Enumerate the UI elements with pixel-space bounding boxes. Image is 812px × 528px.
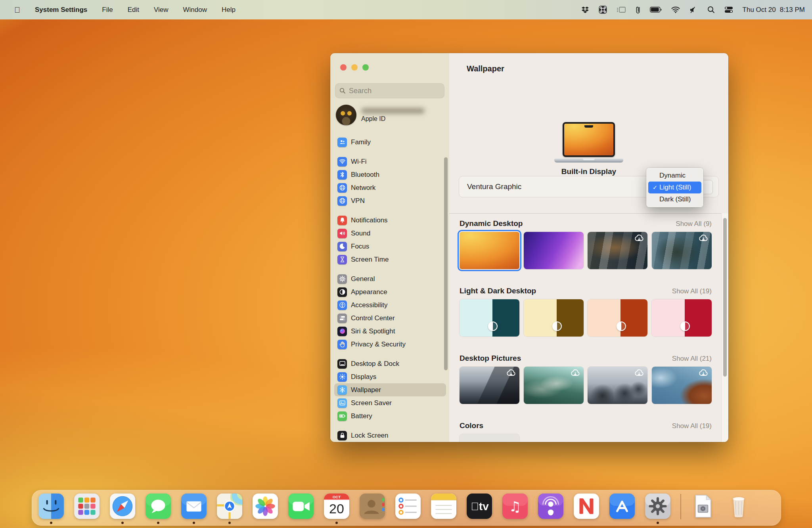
sidebar-item-displays[interactable]: Displays [334,370,446,383]
download-cloud-icon[interactable] [698,234,709,242]
zoom-button[interactable] [362,64,369,71]
wallpaper-thumb-bigsur-coast-dynamic[interactable] [588,232,647,269]
content-scrollbar-thumb[interactable] [723,218,727,377]
download-cloud-icon[interactable] [698,369,709,377]
wifi-icon[interactable] [671,6,680,13]
download-cloud-icon[interactable] [634,369,644,377]
show-all-link[interactable]: Show All (9) [676,220,712,228]
wallpaper-thumb-catalina-dynamic[interactable] [652,232,712,269]
menu-item-edit[interactable]: Edit [128,6,139,14]
sidebar-item-siri-spotlight[interactable]: Siri & Spotlight [334,325,446,338]
show-all-link[interactable]: Show All (19) [672,422,712,430]
svg-text:♫: ♫ [509,498,521,515]
dropdown-item-light-still-[interactable]: ✓Light (Still) [648,182,701,193]
download-cloud-icon[interactable] [570,369,580,377]
wallpaper-thumb-ventura-dynamic[interactable] [460,232,519,269]
show-all-link[interactable]: Show All (19) [672,287,712,295]
show-all-link[interactable]: Show All (21) [672,355,712,363]
sidebar-item-appearance[interactable]: Appearance [334,285,446,298]
dock-icon-podcasts[interactable] [538,493,564,524]
wallpaper-thumb-hello-teal[interactable] [460,299,519,337]
dropdown-item-dark-still-[interactable]: Dark (Still) [648,193,701,205]
sidebar-item-lock-screen[interactable]: Lock Screen [334,429,446,442]
wallpaper-pane: Wallpaper Built-in Display Ventura Graph… [449,53,728,442]
wallpaper-thumb-monterey-dynamic[interactable] [524,232,584,269]
dock-icon-disk-image-file[interactable] [690,493,716,524]
paperclip-icon[interactable] [636,6,640,14]
battery-icon[interactable] [650,7,662,13]
desktop-icon [337,359,347,369]
minimize-button[interactable] [351,64,358,71]
dock-icon-photos[interactable] [252,493,278,524]
dock-icon-mail[interactable] [181,493,207,524]
wallpaper-thumb-aerial-coastline[interactable] [524,367,584,404]
sidebar-item-screen-time[interactable]: Screen Time [334,253,446,266]
sidebar-scrollbar[interactable] [444,157,448,370]
sidebar-item-accessibility[interactable]: Accessibility [334,298,446,312]
spotlight-icon[interactable] [707,6,715,13]
dropbox-icon[interactable] [581,6,589,14]
dock-icon-safari[interactable] [109,493,136,524]
dock-icon-appstore[interactable] [609,493,635,524]
sidebar-item-battery[interactable]: Battery [334,409,446,423]
wallpaper-thumb-sea-stacks[interactable] [588,367,647,404]
content-scrollbar-track[interactable] [721,213,728,442]
menu-item-view[interactable]: View [154,6,169,14]
wallpaper-thumb-coastal-cliffs[interactable] [652,367,712,404]
sidebar-item-family[interactable]: Family [334,136,446,149]
download-cloud-icon[interactable] [634,234,644,242]
dock-icon-finder[interactable] [38,493,64,524]
sidebar-item-network[interactable]: Network [334,181,446,194]
dock-icon-calendar[interactable]: OCT20 [324,493,350,524]
wallpaper-thumb-hello-gold[interactable] [524,299,584,337]
sidebar-item-focus[interactable]: Focus [334,240,446,253]
dock-icon-settings[interactable] [645,493,671,524]
sidebar-item-wallpaper[interactable]: Wallpaper [334,383,446,396]
sidebar-item-apple-id[interactable]: Apple ID [334,102,446,129]
menu-clock[interactable]: Thu Oct 20 8:13 PM [743,6,805,14]
dock-icon-appletv[interactable]: tv [466,493,492,524]
menu-item-file[interactable]: File [102,6,113,14]
light-dark-toggle-icon [680,321,690,331]
dock-icon-news[interactable] [573,493,599,524]
sidebar-item-wi-fi[interactable]: Wi-Fi [334,155,446,168]
sidebar-item-label: Battery [351,412,372,420]
dock-icon-notes[interactable] [431,493,457,524]
accessibility-icon [337,300,347,310]
section-header: Desktop PicturesShow All (21) [460,354,712,364]
sidebar-item-control-center[interactable]: Control Center [334,312,446,325]
command-app-icon[interactable] [599,6,607,14]
dock-icon-trash[interactable] [726,493,752,524]
wallpaper-thumb-misty-mountains[interactable] [460,367,519,404]
display-icon[interactable] [617,6,626,13]
menu-app-name[interactable]: System Settings [35,6,87,14]
dock-icon-messages[interactable] [145,493,171,524]
sidebar-item-screen-saver[interactable]: Screen Saver [334,396,446,409]
download-cloud-icon[interactable] [506,369,516,377]
sidebar-item-sound[interactable]: Sound [334,227,446,240]
control-center-icon[interactable] [724,6,733,13]
sidebar-item-bluetooth[interactable]: Bluetooth [334,168,446,181]
thumbnail-row [460,232,712,269]
dock-icon-facetime[interactable] [288,493,314,524]
sidebar-item-general[interactable]: General [334,272,446,285]
dock-icon-reminders[interactable] [395,493,421,524]
wallpaper-thumb-hello-orange[interactable] [588,299,647,337]
menu-item-window[interactable]: Window [183,6,207,14]
close-button[interactable] [340,64,347,71]
mute-icon[interactable] [689,6,698,13]
color-swatch-partial[interactable] [460,434,519,442]
dock-icon-maps[interactable] [216,493,243,524]
wallpaper-thumb-hello-pink[interactable] [652,299,712,337]
menu-item-help[interactable]: Help [222,6,236,14]
dock-icon-contacts[interactable] [359,493,385,524]
apple-menu-icon[interactable]:  [14,6,20,14]
dock-icon-music[interactable]: ♫ [502,493,528,524]
dropdown-item-dynamic[interactable]: Dynamic [648,170,701,182]
sidebar-item-privacy-security[interactable]: Privacy & Security [334,338,446,351]
dock-icon-launchpad[interactable] [74,493,100,524]
sidebar-item-vpn[interactable]: VPN [334,194,446,207]
sidebar-item-notifications[interactable]: Notifications [334,214,446,227]
search-input[interactable]: Search [335,83,444,98]
sidebar-item-desktop-dock[interactable]: Desktop & Dock [334,357,446,370]
